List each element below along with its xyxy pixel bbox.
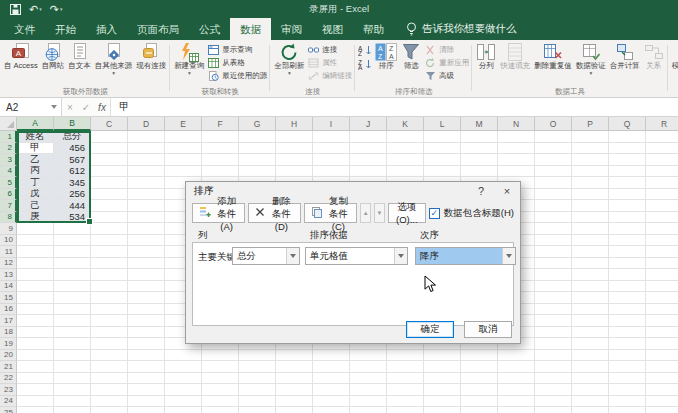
cell-Q2[interactable] — [609, 143, 646, 155]
cell-R5[interactable] — [646, 177, 678, 189]
cell-C2[interactable] — [91, 143, 128, 155]
cell-M20[interactable] — [461, 350, 498, 362]
cell-J23[interactable] — [350, 384, 387, 396]
cell-D2[interactable] — [128, 143, 165, 155]
row-header-1[interactable]: 1 — [0, 131, 17, 143]
ribbon-button-consolidate[interactable]: 合并计算 — [609, 41, 641, 71]
column-header-J[interactable]: J — [350, 117, 387, 131]
cell-G20[interactable] — [239, 350, 276, 362]
cell-C4[interactable] — [91, 166, 128, 178]
cell-Q23[interactable] — [609, 384, 646, 396]
cell-A11[interactable] — [17, 246, 54, 258]
column-header-M[interactable]: M — [461, 117, 498, 131]
cell-A21[interactable] — [17, 361, 54, 373]
cell-N24[interactable] — [498, 396, 535, 408]
row-header-11[interactable]: 11 — [0, 246, 17, 258]
cell-R17[interactable] — [646, 315, 678, 327]
cell-O13[interactable] — [535, 269, 572, 281]
cell-H23[interactable] — [276, 384, 313, 396]
cell-J25[interactable] — [350, 407, 387, 413]
cell-I21[interactable] — [313, 361, 350, 373]
ribbon-button-recent-sources[interactable]: 最近使用的源 — [207, 70, 267, 82]
cell-K4[interactable] — [387, 166, 424, 178]
cell-C10[interactable] — [91, 235, 128, 247]
cell-J22[interactable] — [350, 373, 387, 385]
cell-B7[interactable]: 444 — [54, 200, 91, 212]
row-header-18[interactable]: 18 — [0, 327, 17, 339]
cell-K25[interactable] — [387, 407, 424, 413]
cell-A17[interactable] — [17, 315, 54, 327]
cell-A20[interactable] — [17, 350, 54, 362]
cell-C19[interactable] — [91, 338, 128, 350]
help-button[interactable]: ? — [468, 185, 494, 197]
cell-L21[interactable] — [424, 361, 461, 373]
cell-C18[interactable] — [91, 327, 128, 339]
cell-G2[interactable] — [239, 143, 276, 155]
cell-B3[interactable]: 567 — [54, 154, 91, 166]
cell-I4[interactable] — [313, 166, 350, 178]
cell-D22[interactable] — [128, 373, 165, 385]
column-header-I[interactable]: I — [313, 117, 350, 131]
fill-handle[interactable] — [87, 219, 92, 224]
cell-D8[interactable] — [128, 212, 165, 224]
cell-Q12[interactable] — [609, 258, 646, 270]
tab-页面布局[interactable]: 页面布局 — [127, 18, 189, 40]
cell-M23[interactable] — [461, 384, 498, 396]
cell-G1[interactable] — [239, 131, 276, 143]
cell-H1[interactable] — [276, 131, 313, 143]
cell-D13[interactable] — [128, 269, 165, 281]
cell-O24[interactable] — [535, 396, 572, 408]
column-header-H[interactable]: H — [276, 117, 313, 131]
chevron-down-icon[interactable] — [394, 248, 407, 264]
cell-D12[interactable] — [128, 258, 165, 270]
chevron-down-icon[interactable] — [502, 248, 515, 264]
cell-R18[interactable] — [646, 327, 678, 339]
cell-C24[interactable] — [91, 396, 128, 408]
cell-Q13[interactable] — [609, 269, 646, 281]
cell-O4[interactable] — [535, 166, 572, 178]
cell-L25[interactable] — [424, 407, 461, 413]
cell-O10[interactable] — [535, 235, 572, 247]
cell-A15[interactable] — [17, 292, 54, 304]
cell-C21[interactable] — [91, 361, 128, 373]
cell-Q14[interactable] — [609, 281, 646, 293]
cell-A2[interactable]: 甲 — [17, 143, 54, 155]
cell-N22[interactable] — [498, 373, 535, 385]
cell-Q18[interactable] — [609, 327, 646, 339]
row-header-19[interactable]: 19 — [0, 338, 17, 350]
cell-C7[interactable] — [91, 200, 128, 212]
cell-B19[interactable] — [54, 338, 91, 350]
ribbon-button-what-if-analysis[interactable]: ?模拟分析▾ — [671, 41, 678, 75]
cell-P6[interactable] — [572, 189, 609, 201]
cell-A16[interactable] — [17, 304, 54, 316]
cell-O3[interactable] — [535, 154, 572, 166]
cell-K22[interactable] — [387, 373, 424, 385]
tab-审阅[interactable]: 审阅 — [271, 18, 312, 40]
cell-F25[interactable] — [202, 407, 239, 413]
cell-J20[interactable] — [350, 350, 387, 362]
cell-A4[interactable]: 丙 — [17, 166, 54, 178]
cell-R12[interactable] — [646, 258, 678, 270]
cell-R20[interactable] — [646, 350, 678, 362]
cell-B14[interactable] — [54, 281, 91, 293]
cell-M2[interactable] — [461, 143, 498, 155]
cell-R13[interactable] — [646, 269, 678, 281]
enter-entry-icon[interactable]: ✓ — [78, 102, 94, 113]
cell-O11[interactable] — [535, 246, 572, 258]
cell-P4[interactable] — [572, 166, 609, 178]
ribbon-button-connections[interactable]: 连接 — [307, 44, 352, 56]
cell-A22[interactable] — [17, 373, 54, 385]
cell-M25[interactable] — [461, 407, 498, 413]
ribbon-button-edit-links[interactable]: 编辑链接 — [307, 70, 352, 82]
cell-A1[interactable]: 姓名 — [17, 131, 54, 143]
cell-R8[interactable] — [646, 212, 678, 224]
cell-R2[interactable] — [646, 143, 678, 155]
name-box[interactable]: A2 — [0, 98, 62, 116]
cell-D14[interactable] — [128, 281, 165, 293]
cell-O21[interactable] — [535, 361, 572, 373]
row-header-4[interactable]: 4 — [0, 166, 17, 178]
ribbon-button-flash-fill[interactable]: 快速填充 — [499, 41, 531, 71]
cell-R6[interactable] — [646, 189, 678, 201]
cell-N2[interactable] — [498, 143, 535, 155]
cell-B11[interactable] — [54, 246, 91, 258]
